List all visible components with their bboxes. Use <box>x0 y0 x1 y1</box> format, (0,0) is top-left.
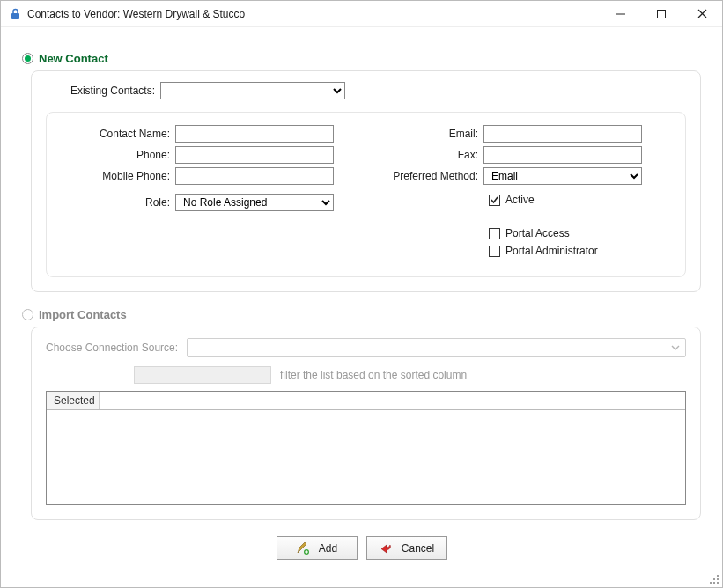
radio-icon <box>22 309 33 320</box>
button-bar: Add Cancel <box>22 536 701 560</box>
mode-import-label: Import Contacts <box>39 308 127 321</box>
email-input[interactable] <box>483 125 642 143</box>
close-button[interactable] <box>682 1 722 26</box>
cancel-button[interactable]: Cancel <box>366 536 447 560</box>
portal-access-checkbox-row[interactable]: Portal Access <box>489 227 671 239</box>
contact-name-label: Contact Name: <box>61 128 175 140</box>
window-controls <box>601 1 722 26</box>
portal-admin-checkbox-row[interactable]: Portal Administrator <box>489 245 671 257</box>
mobile-phone-label: Mobile Phone: <box>61 170 175 182</box>
filter-hint: filter the list based on the sorted colu… <box>280 369 467 381</box>
mode-import-contacts[interactable]: Import Contacts <box>22 308 701 321</box>
phone-input[interactable] <box>175 146 334 164</box>
minimize-button[interactable] <box>601 1 641 26</box>
fax-input[interactable] <box>483 146 642 164</box>
contact-name-input[interactable] <box>175 125 334 143</box>
cancel-button-label: Cancel <box>402 542 434 555</box>
role-label: Role: <box>61 196 175 209</box>
svg-rect-12 <box>713 582 715 584</box>
filter-input[interactable] <box>134 366 271 384</box>
portal-admin-label: Portal Administrator <box>505 245 598 257</box>
existing-contacts-select[interactable] <box>160 82 345 99</box>
new-contact-panel: Existing Contacts: Contact Name: Phone: <box>31 70 701 292</box>
svg-rect-8 <box>717 575 719 577</box>
window-title: Contacts to Vendor: Western Drywall & St… <box>27 8 601 20</box>
active-label: Active <box>505 194 535 206</box>
checkbox-icon <box>489 228 500 239</box>
existing-contacts-label: Existing Contacts: <box>46 85 160 97</box>
preferred-method-select[interactable]: Email <box>483 167 642 185</box>
email-label: Email: <box>378 128 483 140</box>
grid-header-selected[interactable]: Selected <box>47 392 100 409</box>
radio-icon <box>22 53 33 64</box>
preferred-method-label: Preferred Method: <box>378 170 483 182</box>
lock-icon <box>8 7 22 21</box>
add-button-label: Add <box>319 542 337 555</box>
connection-source-select[interactable] <box>187 338 686 357</box>
add-button[interactable]: Add <box>277 536 358 560</box>
grid-header: Selected <box>47 392 685 410</box>
contact-fields-panel: Contact Name: Phone: Mobile Phone: Role: <box>46 112 686 277</box>
back-arrow-icon <box>379 541 393 555</box>
maximize-button[interactable] <box>641 1 682 26</box>
svg-rect-9 <box>713 578 715 580</box>
mode-new-contact[interactable]: New Contact <box>22 52 701 65</box>
checkbox-icon <box>489 195 500 206</box>
svg-rect-10 <box>717 578 719 580</box>
phone-label: Phone: <box>61 149 175 161</box>
mode-new-contact-label: New Contact <box>39 52 108 65</box>
chevron-down-icon <box>671 345 680 350</box>
resize-grip[interactable] <box>708 573 720 585</box>
mobile-phone-input[interactable] <box>175 167 334 185</box>
titlebar: Contacts to Vendor: Western Drywall & St… <box>1 1 722 27</box>
svg-rect-11 <box>710 582 712 584</box>
svg-rect-0 <box>11 13 19 19</box>
active-checkbox-row[interactable]: Active <box>489 194 671 206</box>
svg-rect-2 <box>658 10 666 18</box>
portal-access-label: Portal Access <box>505 227 570 239</box>
fax-label: Fax: <box>378 149 483 161</box>
import-panel: Choose Connection Source: filter the lis… <box>31 327 701 520</box>
role-select[interactable]: No Role Assigned <box>175 194 334 211</box>
checkbox-icon <box>489 246 500 257</box>
pencil-plus-icon <box>296 541 310 555</box>
connection-source-label: Choose Connection Source: <box>46 342 187 354</box>
import-grid[interactable]: Selected <box>46 391 686 505</box>
svg-rect-13 <box>717 582 719 584</box>
